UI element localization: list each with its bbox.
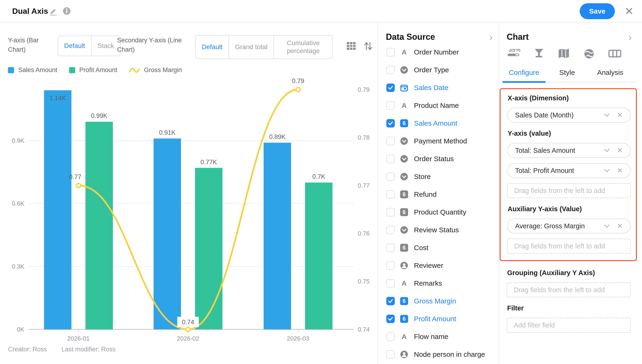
- unchecked-checkbox[interactable]: [386, 332, 395, 341]
- field-row-sales-amount[interactable]: 6Sales Amount: [378, 114, 499, 132]
- gantt-icon[interactable]: [608, 49, 621, 60]
- field-row-order-status[interactable]: Order Status: [378, 150, 499, 168]
- unchecked-checkbox[interactable]: [386, 226, 395, 234]
- remove-field-icon[interactable]: ✕: [617, 222, 623, 230]
- line-point-2026-01[interactable]: [76, 184, 81, 188]
- field-row-reviewer[interactable]: Reviewer: [378, 256, 499, 274]
- chart-footer: Creator: Ross Last modifier: Ross: [8, 346, 116, 353]
- bar-sales-amount-2026-02[interactable]: [154, 138, 181, 330]
- field-row-order-type[interactable]: Order Type: [378, 61, 499, 79]
- extra-config-sections: Grouping (Auxiliary Y Axis)Drag fields f…: [500, 261, 637, 333]
- remove-field-icon[interactable]: ✕: [617, 147, 623, 154]
- remove-field-icon[interactable]: ✕: [617, 112, 623, 118]
- field-row-refund[interactable]: 6Refund: [378, 186, 499, 203]
- right-axis-tick: 0.74: [358, 326, 370, 333]
- field-label: Sales Amount: [414, 119, 457, 127]
- checked-checkbox[interactable]: [386, 315, 395, 323]
- config-collapse-icon[interactable]: ›: [628, 32, 632, 42]
- section-label: Y-axis (value): [508, 130, 631, 137]
- unchecked-checkbox[interactable]: [386, 172, 395, 181]
- last-modifier-label: Last modifier: Ross: [62, 346, 116, 353]
- unchecked-checkbox[interactable]: [386, 101, 395, 110]
- field-row-node-person-in-charge[interactable]: Node person in charge: [378, 346, 499, 363]
- field-label: Remarks: [414, 279, 442, 287]
- creator-label: Creator: Ross: [8, 346, 47, 353]
- map-icon[interactable]: [558, 49, 570, 60]
- save-button[interactable]: Save: [580, 3, 615, 19]
- field-row-product-quantity[interactable]: 6Product Quantity: [378, 203, 499, 221]
- enum-field-icon: [399, 172, 409, 181]
- field-pill-average-gross-margin[interactable]: Average: Gross Margin✕: [507, 218, 631, 234]
- edit-title-icon[interactable]: [49, 6, 58, 16]
- checked-checkbox[interactable]: [386, 297, 395, 305]
- right-axis-tick: 0.76: [358, 230, 370, 237]
- field-row-flow-name[interactable]: AFlow name: [378, 328, 499, 346]
- unchecked-checkbox[interactable]: [386, 66, 395, 74]
- chevron-down-icon[interactable]: [604, 148, 610, 152]
- field-row-store[interactable]: Store: [378, 168, 499, 186]
- svg-text:35%: 35%: [509, 49, 520, 53]
- drop-zone[interactable]: Drag fields from the left to add: [507, 238, 631, 254]
- unchecked-checkbox[interactable]: [386, 261, 395, 270]
- drop-zone[interactable]: Add filter field: [507, 318, 631, 333]
- field-pill-total-sales-amount[interactable]: Total: Sales Amount✕: [507, 143, 631, 158]
- remove-field-icon[interactable]: ✕: [617, 167, 623, 174]
- bar-profit-amount-2026-01[interactable]: [86, 122, 113, 330]
- checked-checkbox[interactable]: [386, 84, 395, 92]
- field-row-payment-method[interactable]: Payment Method: [378, 132, 499, 150]
- field-row-profit-amount[interactable]: 6Profit Amount: [378, 310, 499, 328]
- line-point-2026-03[interactable]: [296, 88, 300, 92]
- dual-axis-chart[interactable]: 0K0.3K0.6K0.9K0.740.750.760.770.780.791.…: [0, 23, 378, 346]
- field-label: Flow name: [414, 333, 448, 340]
- chevron-down-icon[interactable]: [604, 224, 610, 228]
- right-axis-tick: 0.77: [358, 182, 370, 189]
- field-row-gross-margin[interactable]: 6Gross Margin: [378, 292, 499, 310]
- field-row-remarks[interactable]: ARemarks: [378, 274, 499, 292]
- funnel-icon[interactable]: [533, 49, 545, 60]
- header: Dual Axis Save ✕: [0, 0, 642, 22]
- unchecked-checkbox[interactable]: [386, 208, 395, 216]
- field-row-cost[interactable]: 6Cost: [378, 239, 499, 256]
- config-section-y-axis-value-: Y-axis (value)Total: Sales Amount✕Total:…: [507, 130, 631, 198]
- globe-icon[interactable]: [583, 49, 595, 60]
- config-section-auxiliary-y-axis-value-: Auxiliary Y-axis (Value)Average: Gross M…: [507, 205, 631, 254]
- unchecked-checkbox[interactable]: [386, 350, 395, 358]
- field-label: Gross Margin: [414, 297, 456, 305]
- bar-profit-amount-2026-02[interactable]: [195, 168, 222, 330]
- checked-checkbox[interactable]: [386, 119, 395, 128]
- bar-sales-amount-2026-03[interactable]: [264, 143, 291, 330]
- bar-sales-amount-2026-01[interactable]: [44, 90, 71, 330]
- field-pill-sales-date-month-[interactable]: Sales Date (Month)✕: [507, 108, 631, 122]
- right-axis-tick: 0.79: [358, 86, 370, 93]
- info-icon[interactable]: [63, 7, 71, 15]
- field-pill-total-profit-amount[interactable]: Total: Profit Amount✕: [507, 163, 631, 178]
- drop-zone[interactable]: Drag fields from the left to add: [507, 183, 631, 198]
- tab-style[interactable]: Style: [545, 68, 589, 82]
- tab-configure[interactable]: Configure: [502, 68, 545, 82]
- chevron-down-icon[interactable]: [604, 113, 610, 117]
- tab-analysis[interactable]: Analysis: [589, 68, 632, 82]
- config-section-grouping-auxiliary-y-axis-: Grouping (Auxiliary Y Axis)Drag fields f…: [507, 269, 631, 297]
- config-title: Chart: [507, 32, 529, 42]
- field-row-product-name[interactable]: AProduct Name: [378, 96, 499, 114]
- unchecked-checkbox[interactable]: [386, 137, 395, 145]
- datasource-collapse-icon[interactable]: ›: [489, 32, 493, 42]
- unchecked-checkbox[interactable]: [386, 279, 395, 288]
- drop-zone[interactable]: Drag fields from the left to add: [507, 282, 631, 297]
- line-value-label: 0.74: [182, 318, 194, 326]
- close-icon[interactable]: ✕: [624, 5, 633, 17]
- bar-profit-amount-2026-03[interactable]: [305, 182, 333, 330]
- field-list: AOrder NumberOrder TypeSales DateAProduc…: [378, 43, 499, 363]
- field-row-sales-date[interactable]: Sales Date: [378, 79, 499, 96]
- gauge-icon[interactable]: 35%: [507, 49, 520, 60]
- field-row-order-number[interactable]: AOrder Number: [378, 43, 499, 61]
- chevron-down-icon[interactable]: [604, 169, 610, 172]
- bar-value-label: 0.91K: [159, 129, 176, 136]
- unchecked-checkbox[interactable]: [386, 244, 395, 252]
- unchecked-checkbox[interactable]: [386, 190, 395, 198]
- field-row-review-status[interactable]: Review Status: [378, 221, 499, 239]
- unchecked-checkbox[interactable]: [386, 48, 395, 56]
- unchecked-checkbox[interactable]: [386, 155, 395, 163]
- line-value-label: 0.79: [292, 78, 304, 84]
- line-point-2026-02[interactable]: [186, 327, 190, 332]
